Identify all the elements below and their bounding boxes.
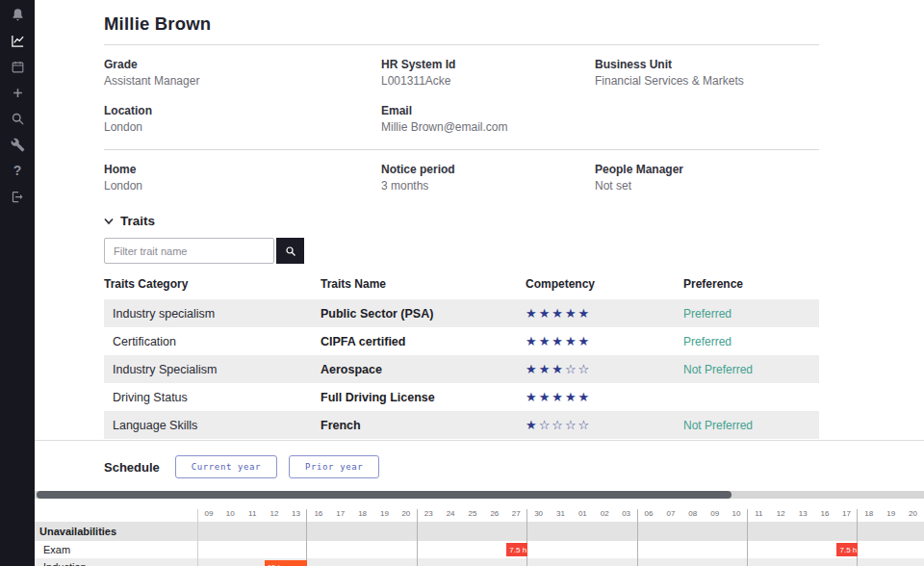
timeline-day-header: 10 bbox=[726, 509, 748, 522]
timeline-cell bbox=[527, 522, 550, 541]
timeline-cell bbox=[462, 541, 484, 558]
trait-row[interactable]: Language SkillsFrench★☆☆☆☆Not Preferred bbox=[104, 411, 819, 439]
timeline-cell bbox=[858, 522, 880, 541]
timeline-cell bbox=[638, 522, 660, 541]
timeline-cell bbox=[505, 522, 527, 541]
profile-field-hr-system-id: HR System IdL001311Acke bbox=[381, 45, 595, 88]
schedule-event[interactable]: 15 h bbox=[265, 560, 308, 566]
timeline-cell bbox=[396, 558, 418, 566]
timeline-day-header: 09 bbox=[197, 509, 219, 522]
field-label: Notice period bbox=[381, 163, 595, 176]
timeline-day-header: 30 bbox=[527, 509, 550, 522]
timeline-cell bbox=[219, 522, 242, 541]
timeline-cell bbox=[418, 522, 440, 541]
timeline-day-header: 09 bbox=[704, 509, 726, 522]
timeline-day-header: 17 bbox=[329, 509, 351, 522]
page-title: Millie Brown bbox=[104, 13, 819, 35]
field-label: Location bbox=[104, 104, 381, 117]
logout-icon[interactable] bbox=[0, 184, 35, 209]
trait-row[interactable]: Driving StatusFull Driving License★★★★★ bbox=[104, 383, 819, 411]
timeline-cell bbox=[770, 558, 792, 566]
competency-stars: ★★★★★ bbox=[526, 390, 683, 404]
timeline-row-exam[interactable]: Exam7.5 h7.5 h bbox=[35, 541, 924, 558]
trait-preference: Not Preferred bbox=[683, 363, 819, 376]
schedule-event[interactable]: 7.5 h bbox=[836, 543, 858, 556]
timeline-row-label: Exam bbox=[35, 541, 197, 558]
timeline-cell bbox=[748, 522, 770, 541]
timeline-cell bbox=[329, 558, 351, 566]
schedule-label: Schedule bbox=[104, 460, 160, 475]
timeline-cell bbox=[880, 522, 902, 541]
timeline-day-header: 20 bbox=[902, 509, 924, 522]
field-label: Grade bbox=[104, 58, 381, 71]
profile-field-location: LocationLondon bbox=[104, 91, 381, 134]
timeline-cell bbox=[726, 522, 748, 541]
prior-year-button[interactable]: Prior year bbox=[289, 455, 379, 478]
traits-column-header: Preference bbox=[683, 277, 819, 291]
timeline-cell bbox=[726, 541, 748, 558]
timeline-cell bbox=[242, 541, 264, 558]
timeline-cell bbox=[440, 522, 462, 541]
timeline-cell bbox=[726, 558, 748, 566]
bell-icon[interactable] bbox=[0, 2, 35, 27]
timeline-scrollbar-track[interactable] bbox=[35, 491, 924, 499]
timeline-cell bbox=[307, 522, 329, 541]
profile-field-people-manager: People ManagerNot set bbox=[595, 150, 819, 193]
timeline-day-header: 13 bbox=[286, 509, 308, 522]
field-value: Assistant Manager bbox=[104, 74, 381, 88]
timeline-cell bbox=[351, 558, 373, 566]
timeline-cell bbox=[307, 541, 329, 558]
sidebar-icons: ? bbox=[0, 2, 35, 209]
timeline-cell bbox=[659, 522, 681, 541]
timeline-day-header: 19 bbox=[373, 509, 396, 522]
timeline-cell bbox=[659, 558, 681, 566]
timeline-cell bbox=[659, 541, 681, 558]
screen: ? Millie Brown GradeAssistant ManagerHR … bbox=[0, 0, 924, 566]
timeline-cell bbox=[483, 522, 505, 541]
trait-filter bbox=[104, 238, 819, 264]
calendar-icon[interactable] bbox=[0, 54, 35, 79]
timeline-scrollbar-thumb[interactable] bbox=[37, 491, 732, 499]
traits-section-header[interactable]: Traits bbox=[104, 214, 819, 228]
timeline-cell bbox=[373, 558, 396, 566]
timeline-cell bbox=[572, 558, 594, 566]
timeline-cell bbox=[219, 541, 242, 558]
trait-filter-input[interactable] bbox=[104, 238, 274, 264]
schedule-event[interactable]: 7.5 h bbox=[506, 543, 527, 556]
profile-field-home: HomeLondon bbox=[104, 150, 381, 193]
timeline-cell bbox=[748, 541, 770, 558]
trait-row[interactable]: Industry specialismPublic Sector (PSA)★★… bbox=[104, 299, 819, 327]
chart-icon[interactable] bbox=[0, 28, 35, 53]
trait-category: Certification bbox=[104, 335, 321, 348]
timeline-row-induction[interactable]: Induction15 h bbox=[35, 558, 924, 566]
field-label: Business Unit bbox=[595, 58, 819, 71]
schedule-section: Schedule Current yearPrior year 09101112… bbox=[35, 440, 924, 566]
wrench-icon[interactable] bbox=[0, 132, 35, 157]
trait-row[interactable]: CertificationCIPFA certified★★★★★Preferr… bbox=[104, 327, 819, 355]
competency-stars: ★☆☆☆☆ bbox=[526, 418, 683, 432]
field-value: London bbox=[104, 120, 381, 134]
timeline-cell bbox=[616, 541, 638, 558]
timeline-cell bbox=[835, 558, 858, 566]
timeline-cell bbox=[550, 522, 572, 541]
timeline-cell bbox=[219, 558, 242, 566]
timeline-day-header: 25 bbox=[462, 509, 484, 522]
timeline-day-header: 16 bbox=[814, 509, 836, 522]
trait-name: CIPFA certified bbox=[321, 335, 526, 348]
timeline-day-header: 10 bbox=[219, 509, 242, 522]
timeline-cell bbox=[594, 558, 616, 566]
timeline-row-unavailabilities[interactable]: Unavailabilities bbox=[35, 522, 924, 541]
search-icon[interactable] bbox=[0, 106, 35, 131]
timeline-cell bbox=[197, 522, 219, 541]
traits-table: Industry specialismPublic Sector (PSA)★★… bbox=[104, 299, 819, 439]
trait-filter-search-button[interactable] bbox=[276, 238, 304, 264]
field-value: Not set bbox=[595, 179, 819, 193]
traits-section-label: Traits bbox=[120, 214, 155, 228]
timeline-cell bbox=[594, 522, 616, 541]
timeline-cell bbox=[858, 558, 880, 566]
plus-icon[interactable] bbox=[0, 80, 35, 105]
trait-row[interactable]: Industry SpecialismAerospace★★★☆☆Not Pre… bbox=[104, 355, 819, 383]
help-icon[interactable]: ? bbox=[0, 158, 35, 183]
trait-category: Driving Status bbox=[104, 391, 321, 404]
current-year-button[interactable]: Current year bbox=[175, 455, 277, 478]
